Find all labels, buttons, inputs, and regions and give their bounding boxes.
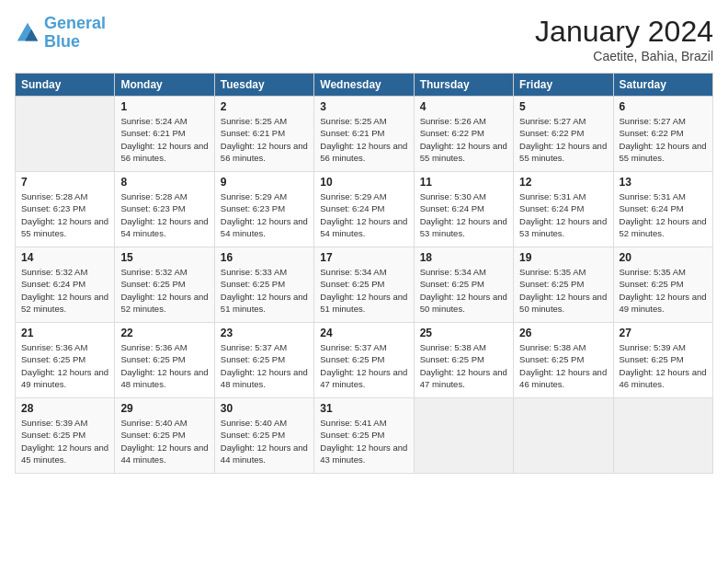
day-number: 26 — [519, 327, 607, 339]
col-header-saturday: Saturday — [613, 74, 712, 97]
day-info: Sunrise: 5:36 AM Sunset: 6:25 PM Dayligh… — [120, 341, 208, 390]
calendar-cell: 13Sunrise: 5:31 AM Sunset: 6:24 PM Dayli… — [613, 172, 712, 247]
calendar-cell: 19Sunrise: 5:35 AM Sunset: 6:25 PM Dayli… — [514, 247, 613, 323]
calendar-cell — [514, 398, 613, 474]
day-info: Sunrise: 5:32 AM Sunset: 6:25 PM Dayligh… — [120, 266, 208, 315]
week-row-1: 1Sunrise: 5:24 AM Sunset: 6:21 PM Daylig… — [16, 97, 713, 172]
calendar-cell: 2Sunrise: 5:25 AM Sunset: 6:21 PM Daylig… — [214, 97, 313, 172]
day-info: Sunrise: 5:40 AM Sunset: 6:25 PM Dayligh… — [120, 417, 208, 465]
day-number: 20 — [620, 251, 707, 264]
week-row-5: 28Sunrise: 5:39 AM Sunset: 6:25 PM Dayli… — [16, 398, 713, 474]
day-number: 22 — [120, 327, 208, 339]
calendar-cell — [16, 97, 115, 172]
calendar-cell: 3Sunrise: 5:25 AM Sunset: 6:21 PM Daylig… — [314, 97, 414, 172]
day-info: Sunrise: 5:34 AM Sunset: 6:25 PM Dayligh… — [320, 266, 407, 315]
day-info: Sunrise: 5:37 AM Sunset: 6:25 PM Dayligh… — [320, 341, 407, 390]
day-number: 11 — [420, 176, 507, 189]
day-number: 24 — [320, 327, 407, 339]
day-number: 25 — [420, 327, 507, 339]
calendar-cell: 1Sunrise: 5:24 AM Sunset: 6:21 PM Daylig… — [115, 97, 214, 172]
calendar-cell — [414, 398, 513, 474]
day-info: Sunrise: 5:34 AM Sunset: 6:25 PM Dayligh… — [420, 266, 507, 315]
calendar-cell: 23Sunrise: 5:37 AM Sunset: 6:25 PM Dayli… — [214, 323, 313, 398]
day-number: 9 — [221, 176, 308, 189]
day-number: 3 — [320, 100, 407, 113]
calendar-cell: 20Sunrise: 5:35 AM Sunset: 6:25 PM Dayli… — [613, 247, 712, 323]
day-number: 2 — [221, 100, 308, 113]
week-row-2: 7Sunrise: 5:28 AM Sunset: 6:23 PM Daylig… — [16, 172, 713, 247]
calendar-cell: 22Sunrise: 5:36 AM Sunset: 6:25 PM Dayli… — [115, 323, 214, 398]
calendar-cell: 15Sunrise: 5:32 AM Sunset: 6:25 PM Dayli… — [115, 247, 214, 323]
calendar-cell: 11Sunrise: 5:30 AM Sunset: 6:24 PM Dayli… — [414, 172, 513, 247]
calendar-cell: 10Sunrise: 5:29 AM Sunset: 6:24 PM Dayli… — [314, 172, 414, 247]
calendar-cell: 14Sunrise: 5:32 AM Sunset: 6:24 PM Dayli… — [16, 247, 115, 323]
day-info: Sunrise: 5:38 AM Sunset: 6:25 PM Dayligh… — [420, 341, 507, 390]
calendar-table: SundayMondayTuesdayWednesdayThursdayFrid… — [15, 73, 713, 474]
calendar-cell: 25Sunrise: 5:38 AM Sunset: 6:25 PM Dayli… — [414, 323, 513, 398]
day-info: Sunrise: 5:37 AM Sunset: 6:25 PM Dayligh… — [221, 341, 308, 390]
col-header-wednesday: Wednesday — [314, 74, 414, 97]
day-info: Sunrise: 5:30 AM Sunset: 6:24 PM Dayligh… — [420, 190, 507, 239]
calendar-cell: 16Sunrise: 5:33 AM Sunset: 6:25 PM Dayli… — [214, 247, 313, 323]
day-info: Sunrise: 5:31 AM Sunset: 6:24 PM Dayligh… — [519, 190, 607, 239]
day-number: 4 — [420, 100, 507, 113]
calendar-cell: 21Sunrise: 5:36 AM Sunset: 6:25 PM Dayli… — [16, 323, 115, 398]
day-info: Sunrise: 5:41 AM Sunset: 6:25 PM Dayligh… — [320, 417, 407, 465]
day-info: Sunrise: 5:38 AM Sunset: 6:25 PM Dayligh… — [519, 341, 607, 390]
title-block: January 2024 Caetite, Bahia, Brazil — [535, 15, 713, 63]
week-row-3: 14Sunrise: 5:32 AM Sunset: 6:24 PM Dayli… — [16, 247, 713, 323]
day-info: Sunrise: 5:26 AM Sunset: 6:22 PM Dayligh… — [420, 115, 507, 164]
day-number: 10 — [320, 176, 407, 189]
page-header: General Blue January 2024 Caetite, Bahia… — [15, 15, 713, 63]
col-header-thursday: Thursday — [414, 74, 513, 97]
day-number: 29 — [120, 402, 208, 415]
day-number: 13 — [620, 176, 707, 189]
day-info: Sunrise: 5:32 AM Sunset: 6:24 PM Dayligh… — [21, 266, 108, 315]
day-info: Sunrise: 5:36 AM Sunset: 6:25 PM Dayligh… — [21, 341, 108, 390]
calendar-cell: 29Sunrise: 5:40 AM Sunset: 6:25 PM Dayli… — [115, 398, 214, 474]
day-number: 31 — [320, 402, 407, 415]
day-number: 27 — [620, 327, 707, 339]
calendar-cell: 9Sunrise: 5:29 AM Sunset: 6:23 PM Daylig… — [214, 172, 313, 247]
day-info: Sunrise: 5:28 AM Sunset: 6:23 PM Dayligh… — [21, 190, 108, 239]
calendar-cell — [613, 398, 712, 474]
day-number: 18 — [420, 251, 507, 264]
day-info: Sunrise: 5:35 AM Sunset: 6:25 PM Dayligh… — [620, 266, 707, 315]
day-info: Sunrise: 5:28 AM Sunset: 6:23 PM Dayligh… — [120, 190, 208, 239]
week-row-4: 21Sunrise: 5:36 AM Sunset: 6:25 PM Dayli… — [16, 323, 713, 398]
location: Caetite, Bahia, Brazil — [535, 49, 713, 63]
logo-text: General Blue — [44, 15, 106, 52]
day-info: Sunrise: 5:40 AM Sunset: 6:25 PM Dayligh… — [221, 417, 308, 465]
calendar-cell: 4Sunrise: 5:26 AM Sunset: 6:22 PM Daylig… — [414, 97, 513, 172]
day-number: 8 — [120, 176, 208, 189]
calendar-cell: 28Sunrise: 5:39 AM Sunset: 6:25 PM Dayli… — [16, 398, 115, 474]
day-info: Sunrise: 5:29 AM Sunset: 6:23 PM Dayligh… — [221, 190, 308, 239]
calendar-cell: 30Sunrise: 5:40 AM Sunset: 6:25 PM Dayli… — [214, 398, 313, 474]
day-info: Sunrise: 5:39 AM Sunset: 6:25 PM Dayligh… — [21, 417, 108, 465]
day-number: 16 — [221, 251, 308, 264]
col-header-sunday: Sunday — [16, 74, 115, 97]
day-number: 19 — [519, 251, 607, 264]
day-number: 14 — [21, 251, 108, 264]
day-number: 23 — [221, 327, 308, 339]
day-info: Sunrise: 5:25 AM Sunset: 6:21 PM Dayligh… — [320, 115, 407, 164]
day-number: 17 — [320, 251, 407, 264]
calendar-cell: 18Sunrise: 5:34 AM Sunset: 6:25 PM Dayli… — [414, 247, 513, 323]
day-number: 28 — [21, 402, 108, 415]
day-info: Sunrise: 5:27 AM Sunset: 6:22 PM Dayligh… — [620, 115, 707, 164]
calendar-cell: 27Sunrise: 5:39 AM Sunset: 6:25 PM Dayli… — [613, 323, 712, 398]
calendar-cell: 31Sunrise: 5:41 AM Sunset: 6:25 PM Dayli… — [314, 398, 414, 474]
calendar-cell: 6Sunrise: 5:27 AM Sunset: 6:22 PM Daylig… — [613, 97, 712, 172]
calendar-cell: 24Sunrise: 5:37 AM Sunset: 6:25 PM Dayli… — [314, 323, 414, 398]
logo: General Blue — [15, 15, 106, 52]
day-info: Sunrise: 5:25 AM Sunset: 6:21 PM Dayligh… — [221, 115, 308, 164]
calendar-cell: 12Sunrise: 5:31 AM Sunset: 6:24 PM Dayli… — [514, 172, 613, 247]
col-header-monday: Monday — [115, 74, 214, 97]
calendar-cell: 5Sunrise: 5:27 AM Sunset: 6:22 PM Daylig… — [514, 97, 613, 172]
day-number: 15 — [120, 251, 208, 264]
day-info: Sunrise: 5:35 AM Sunset: 6:25 PM Dayligh… — [519, 266, 607, 315]
day-info: Sunrise: 5:27 AM Sunset: 6:22 PM Dayligh… — [519, 115, 607, 164]
logo-icon — [15, 20, 40, 46]
day-number: 12 — [519, 176, 607, 189]
day-number: 21 — [21, 327, 108, 339]
